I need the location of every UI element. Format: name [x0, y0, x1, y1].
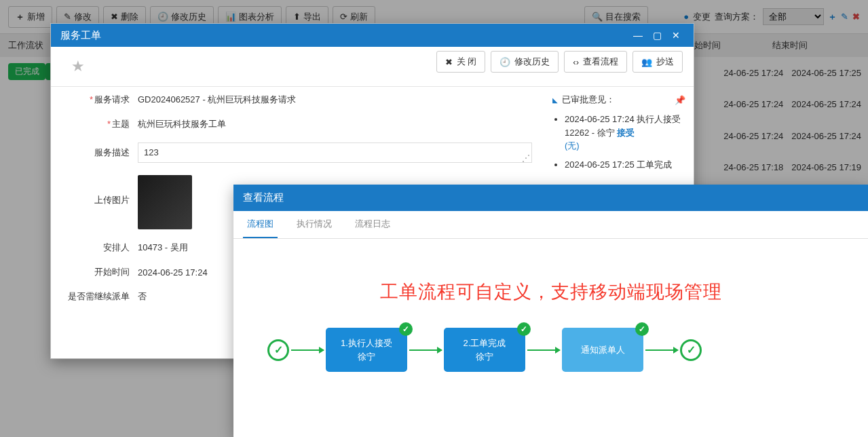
query-delete-icon[interactable]: ✖	[852, 12, 860, 22]
modal-history-button[interactable]: 🕘 修改历史	[491, 51, 559, 73]
modal1-titlebar: 服务工单 — ▢ ✕	[51, 24, 694, 47]
cell-start: 24-06-25 17:18	[723, 162, 783, 172]
cell-start: 24-06-25 17:24	[723, 131, 783, 141]
query-edit-icon[interactable]: ✎	[841, 12, 848, 22]
flow-start-node: ✓	[267, 339, 289, 361]
flow-tabs: 流程图 执行情况 流程日志	[233, 211, 868, 239]
value-subject: 杭州巨玩科技服务工单	[138, 118, 532, 130]
flow-arrow	[645, 349, 678, 351]
modal1-title: 服务工单	[60, 29, 101, 42]
cell-start: 24-06-25 17:24	[723, 68, 783, 78]
check-icon: ✓	[687, 343, 696, 356]
star-icon[interactable]: ★	[62, 51, 94, 82]
check-badge-icon: ✓	[517, 322, 531, 336]
add-button[interactable]: ＋新增	[8, 6, 52, 28]
close-icon[interactable]: ✕	[668, 30, 684, 41]
query-scheme: ●变更 查询方案： 全部 ＋ ✎ ✖	[683, 8, 860, 25]
status-badge: 已完成	[8, 63, 45, 80]
flow-node-3[interactable]: ✓通知派单人	[562, 328, 643, 372]
label-arranger: 安排人	[63, 242, 138, 254]
cell-end: 2024-06-25 17:19	[791, 162, 861, 172]
table-row[interactable]: 24-06-25 17:182024-06-25 17:19	[723, 152, 861, 184]
cell-end: 2024-06-25 17:25	[791, 68, 861, 78]
flow-arrow	[291, 349, 324, 351]
label-request: *服务请求	[63, 94, 138, 106]
table-row[interactable]: 24-06-25 17:242024-06-25 17:25	[723, 57, 861, 89]
col-end: 结束时间	[772, 39, 850, 52]
view-flow-modal: 查看流程 流程图 执行情况 流程日志 工单流程可自定义，支持移动端现场管理 ✓ …	[233, 185, 868, 437]
flow-banner: 工单流程可自定义，支持移动端现场管理	[247, 280, 854, 304]
col-start: 始时间	[694, 39, 772, 52]
modal-flow-button[interactable]: ‹› 查看流程	[564, 51, 627, 73]
modal-cc-button[interactable]: 👥 抄送	[633, 51, 683, 73]
table-row[interactable]: 24-06-25 17:242024-06-25 17:24	[723, 120, 861, 152]
uploaded-image[interactable]	[138, 175, 192, 229]
query-add-icon[interactable]: ＋	[828, 11, 837, 23]
cell-start: 24-06-25 17:24	[723, 99, 783, 109]
modal-close-button[interactable]: ✖ 关 闭	[436, 51, 486, 73]
flow-arrow	[527, 349, 560, 351]
approval-item: 2024-06-25 17:25 工单完成	[565, 158, 685, 172]
flow-node-1[interactable]: ✓1.执行人接受徐宁	[326, 328, 407, 372]
flow-end-node: ✓	[680, 339, 702, 361]
label-image: 上传图片	[63, 175, 138, 206]
minimize-icon[interactable]: —	[630, 30, 646, 41]
check-badge-icon: ✓	[399, 322, 413, 336]
flow-arrow	[409, 349, 442, 351]
tab-diagram[interactable]: 流程图	[243, 211, 278, 238]
label-desc: 服务描述	[63, 147, 138, 159]
pin-icon[interactable]: 📌	[675, 95, 685, 105]
label-subject: *主题	[63, 118, 138, 130]
check-badge-icon: ✓	[635, 322, 649, 336]
cell-end: 2024-06-25 17:24	[791, 131, 861, 141]
desc-textarea[interactable]: 123⋰	[138, 142, 532, 163]
tab-execution[interactable]: 执行情况	[293, 211, 336, 238]
resize-grip-icon[interactable]: ⋰	[522, 155, 530, 161]
query-select[interactable]: 全部	[763, 8, 824, 25]
cell-end: 2024-06-25 17:24	[791, 99, 861, 109]
flow-diagram: ✓ ✓1.执行人接受徐宁 ✓2.工单完成徐宁 ✓通知派单人 ✓	[247, 328, 854, 372]
col-status: 工作流状	[8, 39, 56, 52]
side-heading: 已审批意见：	[562, 94, 615, 106]
value-request: GD2024062527 - 杭州巨玩科技服务请求	[138, 94, 532, 106]
maximize-icon[interactable]: ▢	[649, 30, 665, 41]
caret-icon: ◣	[552, 96, 558, 104]
tab-log[interactable]: 流程日志	[351, 211, 394, 238]
label-continue: 是否需继续派单	[63, 290, 138, 303]
table-row[interactable]: 24-06-25 17:242024-06-25 17:24	[723, 89, 861, 121]
flow-node-2[interactable]: ✓2.工单完成徐宁	[444, 328, 525, 372]
label-start: 开始时间	[63, 266, 138, 278]
modal2-title: 查看流程	[233, 185, 868, 211]
check-icon: ✓	[274, 343, 283, 356]
approval-item: 2024-06-25 17:24 执行人接受 12262 - 徐宁 接受(无)	[565, 113, 685, 153]
